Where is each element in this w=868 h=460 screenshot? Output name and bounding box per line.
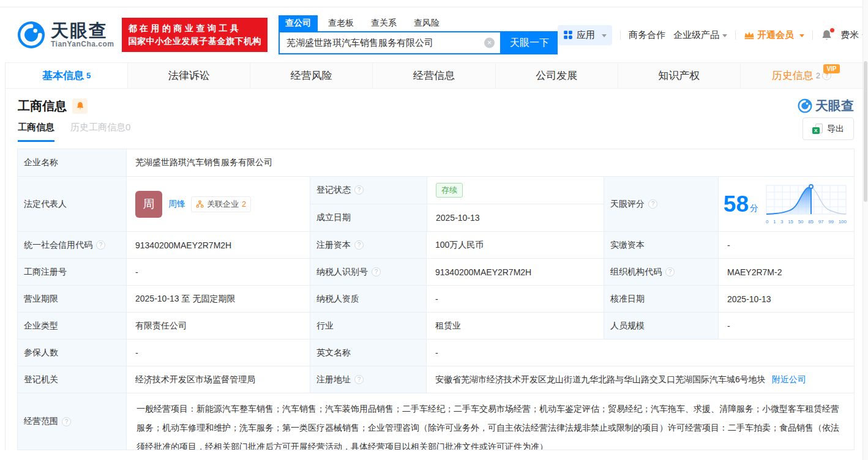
table-row: 法定代表人 周 周锋 关联企业 2 登记状态 存续 [18,176,854,231]
cooperation-link[interactable]: 商务合作 [629,29,665,41]
tab-label: 基本信息 [42,69,84,83]
subscribe-bell-button[interactable] [72,98,88,114]
enterprise-link[interactable]: 企业级产品 [673,29,727,41]
scrollbar-thumb[interactable] [864,61,867,202]
help-icon[interactable] [354,375,364,384]
tab-intellectual-property[interactable]: 知识产权 [618,63,740,88]
eye-logo-icon [17,21,45,49]
credit-code-label: 统一社会信用代码 [18,232,126,258]
help-icon[interactable] [372,267,381,276]
score-axis-ticks: 0131550859799100 [766,219,847,224]
tab-company-development[interactable]: 公司发展 [495,63,618,88]
watermark-text: 天眼查 [815,97,854,114]
reg-no-value: - [126,259,310,285]
clear-search-icon[interactable] [484,38,495,48]
tianyan-score[interactable]: 58 分 [724,193,758,215]
menu-divider [812,31,813,40]
menu-divider [620,31,621,40]
tab-operation-info[interactable]: 经营信息 [372,63,495,88]
nearby-companies-link[interactable]: 附近公司 [772,374,806,385]
score-unit: 分 [750,203,758,214]
search-tab-company[interactable]: 查公司 [279,15,318,31]
logo-text: 天眼查 TianYanCha.com [51,21,114,48]
help-icon[interactable] [62,417,71,426]
establish-date-label: 成立日期 [310,204,427,232]
search-tab-boss[interactable]: 查老板 [328,15,354,31]
subtab-history-business-info[interactable]: 历史工商信息0 [70,122,130,142]
promo-line1: 都在用的商业查询工具 [128,22,261,35]
help-icon[interactable] [665,267,675,276]
related-companies-badge[interactable]: 关联企业 2 [191,196,251,212]
export-label: 导出 [827,124,844,135]
org-code-label: 组织机构代码 [604,259,718,285]
crown-icon [744,30,755,40]
company-type-value: 有限责任公司 [126,313,310,339]
industry-label: 行业 [310,313,426,339]
export-button[interactable]: 导出 [803,117,854,140]
search-tab-relation[interactable]: 查关系 [371,15,397,31]
reg-capital-label: 注册资本 [310,232,426,258]
promo-banner: 都在用的商业查询工具 国家中小企业发展子基金旗下机构 [122,18,268,52]
status-badge: 存续 [436,183,463,198]
reg-authority-label: 登记机关 [18,366,126,393]
tab-label: 历史信息 [772,69,814,83]
company-name-label: 企业名称 [18,149,126,176]
header-menu: 应用 商务合作 企业级产品 开通会员 费米 [558,25,867,45]
apps-button[interactable]: 应用 [558,25,612,45]
help-icon[interactable] [354,240,364,250]
notifications-button[interactable] [821,29,832,41]
avatar[interactable]: 周 [135,191,162,218]
tab-history-info[interactable]: 历史信息2 VIP [740,63,862,88]
tab-label: 经营风险 [291,69,332,83]
help-icon[interactable] [648,199,657,209]
search-input[interactable] [279,31,501,54]
help-icon[interactable] [354,185,364,195]
industry-value: 租赁业 [426,313,604,339]
logo-domain: TianYanCha.com [51,40,114,48]
tianyancha-logo[interactable]: 天眼查 TianYanCha.com [17,21,114,49]
tab-label: 经营信息 [413,69,455,83]
tab-operation-risk[interactable]: 经营风险 [250,63,372,88]
reg-capital-value: 100万人民币 [426,232,604,258]
watermark-logo: 天眼查 [798,97,854,114]
username: 费米 [840,29,859,41]
section-title: 工商信息 [18,98,67,114]
company-type-label: 企业类型 [18,313,126,339]
english-name-value: - [426,339,854,366]
org-chart-icon [196,200,204,208]
search-input-wrap [279,31,501,54]
vip-badge: VIP [823,64,839,73]
biz-term-value: 2025-10-13 至 无固定期限 [126,286,310,312]
legal-rep-cell: 周 周锋 关联企业 2 [126,177,310,231]
reg-status-value: 存续 [427,177,604,204]
search-button[interactable]: 天眼一下 [501,31,558,54]
main-content: 基本信息5 法律诉讼 经营风险 经营信息 公司发展 知识产权 历史信息2 VIP… [5,62,862,450]
legal-rep-label: 法定代表人 [18,177,126,231]
insured-num-value: - [126,339,310,366]
notification-dot [830,28,834,32]
tab-count: 5 [86,71,91,80]
table-row: 企业名称 芜湖盛世路琪汽车销售服务有限公司 [18,149,854,176]
search-block: 查公司 查老板 查关系 查风险 天眼一下 [279,15,558,54]
legal-rep-name-link[interactable]: 周锋 [168,199,185,210]
subtab-business-info[interactable]: 工商信息 [18,122,54,142]
score-curve [766,184,847,217]
apps-label: 应用 [577,29,595,41]
search-tab-risk[interactable]: 查风险 [414,15,440,31]
biz-term-label: 营业期限 [18,286,126,312]
taxpayer-quality-label: 纳税人资质 [310,286,426,312]
score-label: 天眼评分 [604,177,718,231]
approval-date-value: 2025-10-13 [718,286,854,312]
table-row: 营业期限 2025-10-13 至 无固定期限 纳税人资质 - 核准日期 202… [18,285,854,312]
help-icon[interactable] [96,240,105,250]
section-header: 工商信息 天眼查 [18,97,854,114]
table-row: 经营范围 一般经营项目：新能源汽车整车销售；汽车销售；汽车装饰用品销售；二手车经… [18,393,854,450]
vip-link[interactable]: 开通会员 [744,29,804,41]
enterprise-label: 企业级产品 [673,29,719,41]
company-name-value: 芜湖盛世路琪汽车销售服务有限公司 [126,149,854,176]
tab-legal-proceedings[interactable]: 法律诉讼 [127,63,250,88]
table-row: 统一社会信用代码 91340200MAEY2R7M2H 注册资本 100万人民币… [18,231,854,258]
subtabs: 工商信息 历史工商信息0 导出 [18,118,854,142]
english-name-label: 英文名称 [310,339,426,366]
tab-basic-info[interactable]: 基本信息5 [6,63,127,88]
